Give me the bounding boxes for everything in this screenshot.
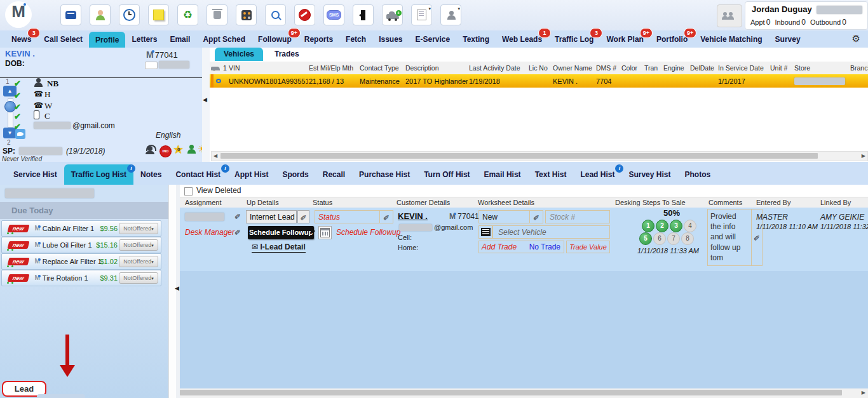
- trash-icon[interactable]: [207, 4, 227, 25]
- offer-status-select[interactable]: NotOffered▾: [119, 239, 158, 251]
- column-header[interactable]: Description: [404, 64, 468, 72]
- sale-step[interactable]: 1: [642, 220, 654, 232]
- tab-reports[interactable]: Reports: [298, 30, 339, 48]
- collapse-left-icon[interactable]: ◀: [175, 285, 179, 291]
- scroll-left-icon[interactable]: ◀: [214, 153, 217, 159]
- tab-spords[interactable]: Spords: [275, 164, 315, 185]
- column-header[interactable]: Color: [620, 64, 643, 72]
- tab-lead-hist[interactable]: Lead Hist: [573, 164, 621, 185]
- vehicles-hscrollbar[interactable]: ◀ ▶: [211, 151, 868, 161]
- star-rating-icon[interactable]: ★0: [173, 143, 184, 156]
- keypad-icon[interactable]: [236, 4, 257, 25]
- edit-pencil-icon[interactable]: ✎: [232, 226, 243, 237]
- tab-notes[interactable]: Notes: [133, 164, 168, 185]
- up-source-box[interactable]: Internet Lead: [246, 210, 297, 223]
- tab-email-hist[interactable]: Email Hist: [477, 164, 528, 185]
- edit-pencil-icon[interactable]: ✎: [297, 210, 309, 223]
- list-item[interactable]: new M Replace Air Filter 1 $1.02 NotOffe…: [1, 253, 161, 270]
- tab-work-plan[interactable]: Work Plan9+: [600, 30, 649, 48]
- column-header[interactable]: Last Activity Date: [468, 64, 527, 72]
- tab-profile[interactable]: Profile: [89, 32, 125, 48]
- column-header[interactable]: Branch: [849, 64, 868, 72]
- main-hscrollbar[interactable]: ▶: [180, 388, 868, 398]
- tab-vehicle-matching[interactable]: Vehicle Matching: [694, 30, 768, 48]
- sale-step[interactable]: 7: [667, 232, 680, 245]
- add-vehicle-icon[interactable]: +: [382, 4, 403, 25]
- column-header[interactable]: DelDate: [689, 64, 717, 72]
- edit-pencil-icon[interactable]: ✎: [232, 210, 243, 222]
- worksheet-dropdown-icon[interactable]: ▾: [411, 4, 432, 25]
- tab-survey[interactable]: Survey: [769, 30, 807, 48]
- ino-badge-icon[interactable]: INO: [160, 146, 171, 157]
- tab-letters[interactable]: Letters: [125, 30, 163, 48]
- tab-web-leads[interactable]: Web Leads1: [496, 30, 548, 48]
- exit-icon[interactable]: [353, 4, 374, 25]
- do-not-call-icon[interactable]: [294, 4, 315, 25]
- stock-number-field[interactable]: Stock #: [545, 210, 610, 223]
- sun-icon[interactable]: ☀: [198, 144, 202, 154]
- add-trade-link[interactable]: Add Trade: [479, 242, 529, 251]
- tab-appt-sched[interactable]: Appt Sched: [196, 30, 252, 48]
- sale-step[interactable]: 2: [656, 220, 668, 232]
- list-item[interactable]: new M Cabin Air Filter 1 $9.56 NotOffere…: [1, 220, 161, 237]
- sms-icon[interactable]: SMS: [323, 4, 344, 25]
- tab-email[interactable]: Email: [163, 30, 196, 48]
- no-trade-link[interactable]: No Trade: [529, 242, 564, 251]
- edit-pencil-icon[interactable]: ✎: [379, 211, 393, 223]
- tab-portfolio[interactable]: Portfolio9+: [650, 30, 694, 48]
- customer-link[interactable]: KEVIN .: [398, 211, 428, 221]
- mailbox-icon[interactable]: [60, 4, 81, 25]
- offer-status-select[interactable]: NotOffered▾: [119, 256, 158, 267]
- sale-step[interactable]: 6: [653, 232, 666, 245]
- tab-call-select[interactable]: Call Select: [37, 30, 89, 48]
- tab-issues[interactable]: Issues: [372, 30, 409, 48]
- row-search-icon[interactable]: [210, 74, 227, 88]
- small-chip[interactable]: [145, 62, 158, 69]
- column-header[interactable]: Contact Type: [358, 64, 404, 72]
- tab-fetch[interactable]: Fetch: [339, 30, 372, 48]
- tab-recall[interactable]: Recall: [316, 164, 352, 185]
- tab-turn-off-hist[interactable]: Turn Off Hist: [417, 164, 477, 185]
- tab-photos[interactable]: Photos: [677, 164, 717, 185]
- offer-status-select[interactable]: NotOffered▾: [119, 223, 158, 234]
- tab-texting[interactable]: Texting: [456, 30, 496, 48]
- select-vehicle-field[interactable]: Select Vehicle: [492, 225, 610, 239]
- tab-followup[interactable]: Followup9+: [252, 30, 298, 48]
- tab-service-hist[interactable]: Service Hist: [6, 164, 64, 185]
- tab-news[interactable]: News3: [5, 30, 37, 48]
- tab-e-service[interactable]: E-Service: [409, 30, 456, 48]
- tab-contact-hist[interactable]: Contact Hist: [168, 164, 227, 185]
- vehicle-list-icon[interactable]: [478, 225, 492, 239]
- column-header[interactable]: Unit #: [769, 64, 793, 72]
- tab-appt-hist[interactable]: Appt Hist: [227, 164, 275, 185]
- recycle-icon[interactable]: ♻: [177, 4, 198, 25]
- calendar-icon[interactable]: [318, 226, 332, 239]
- tab-vehicles[interactable]: Vehicles: [215, 48, 263, 61]
- scroll-thumb[interactable]: [180, 390, 842, 395]
- column-header[interactable]: Owner Name: [552, 64, 595, 72]
- column-header[interactable]: VIN: [227, 64, 308, 72]
- sale-step[interactable]: 5: [639, 232, 652, 245]
- schedule-followup-link[interactable]: Schedule Followup: [336, 228, 400, 237]
- sale-step[interactable]: 8: [681, 232, 694, 245]
- view-deleted-checkbox[interactable]: [184, 187, 193, 196]
- sale-step[interactable]: 4: [684, 220, 696, 232]
- column-header[interactable]: Store: [793, 64, 849, 72]
- headset-person-icon[interactable]: [145, 145, 155, 154]
- trade-value-link[interactable]: Trade Value: [566, 241, 610, 253]
- tab-traffic-log[interactable]: Traffic Log3: [548, 30, 600, 48]
- tab-survey-hist[interactable]: Survey Hist: [621, 164, 677, 185]
- panel-divider[interactable]: ◀: [202, 48, 210, 162]
- column-header[interactable]: Est Mil/Elp Mth: [308, 64, 358, 72]
- column-header[interactable]: Engine: [662, 64, 689, 72]
- vehicle-row[interactable]: UNKNOWN1801A993551 21,168 / 13 Maintenan…: [210, 74, 868, 88]
- scroll-thumb[interactable]: [220, 153, 818, 159]
- scroll-right-icon[interactable]: ▶: [862, 390, 865, 395]
- clock-icon[interactable]: [119, 4, 140, 25]
- people-count-icon[interactable]: 0: [187, 145, 196, 154]
- list-item[interactable]: new M Lube Oil Filter 1 $15.16 NotOffere…: [1, 237, 161, 253]
- column-header[interactable]: Tran: [643, 64, 662, 72]
- worksheet-type[interactable]: New: [479, 213, 529, 222]
- tab-text-hist[interactable]: Text Hist: [528, 164, 574, 185]
- customer-photo-icon[interactable]: [90, 4, 111, 25]
